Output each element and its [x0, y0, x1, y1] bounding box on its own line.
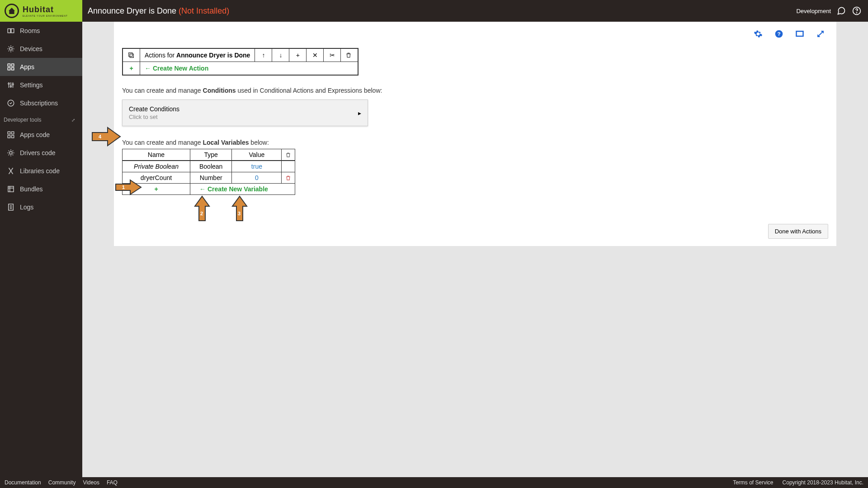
svg-point-17: [9, 152, 12, 154]
conditions-title: Create Conditions: [129, 105, 179, 113]
header: Hubitat ELEVATE YOUR ENVIRONMENT Announc…: [0, 0, 868, 22]
sidebar-item-devices[interactable]: Devices: [0, 40, 82, 58]
plus-icon[interactable]: +: [289, 49, 307, 62]
close-icon[interactable]: ✕: [307, 49, 324, 62]
svg-text:4: 4: [99, 134, 102, 139]
col-type: Type: [190, 149, 232, 161]
svg-rect-7: [8, 68, 10, 70]
svg-rect-6: [12, 64, 14, 66]
delete-row-icon[interactable]: [282, 172, 295, 184]
sidebar-item-bundles[interactable]: Bundles: [0, 180, 82, 198]
libraries-code-icon: [6, 166, 15, 175]
variables-helper-text: You can create and manage Local Variable…: [122, 139, 828, 146]
subscriptions-icon: [6, 99, 15, 108]
svg-rect-23: [130, 54, 133, 57]
sidebar-label: Bundles: [20, 185, 43, 193]
sidebar-label: Subscriptions: [20, 99, 58, 107]
sidebar-item-settings[interactable]: Settings: [0, 76, 82, 94]
page-title: Announce Dryer is Done (Not Installed): [88, 6, 796, 16]
footer-link-documentation[interactable]: Documentation: [5, 479, 41, 486]
svg-rect-15: [8, 136, 10, 138]
sidebar-label: Apps code: [20, 131, 50, 138]
var-name: dryerCount: [123, 172, 190, 184]
var-name: Private Boolean: [123, 161, 190, 172]
conditions-helper-text: You can create and manage Conditions use…: [122, 87, 828, 94]
footer-link-community[interactable]: Community: [48, 479, 76, 486]
var-delete: [282, 161, 295, 172]
sidebar-item-rooms[interactable]: Rooms: [0, 22, 82, 40]
sidebar-label: Apps: [20, 63, 34, 71]
logs-icon: [6, 203, 15, 212]
section-label: Developer tools: [4, 117, 41, 123]
sidebar: Rooms Devices Apps Settings Subscription…: [0, 22, 82, 477]
footer: Documentation Community Videos FAQ Terms…: [0, 477, 868, 488]
svg-rect-5: [8, 64, 10, 66]
delete-all-icon[interactable]: [282, 149, 295, 161]
gear-icon[interactable]: [753, 29, 763, 39]
sidebar-item-apps-code[interactable]: Apps code: [0, 126, 82, 144]
rooms-icon: [6, 26, 15, 35]
var-type: Number: [190, 172, 232, 184]
sidebar-label: Logs: [20, 204, 33, 211]
sidebar-item-drivers-code[interactable]: Drivers code: [0, 144, 82, 162]
svg-point-10: [10, 86, 12, 87]
main-content: ? Actions for Announce Dryer is Done ↑ ↓…: [82, 22, 868, 477]
title-prefix: Announce Dryer is Done: [88, 6, 179, 15]
var-type: Boolean: [190, 161, 232, 172]
svg-rect-3: [11, 29, 14, 33]
create-conditions-box[interactable]: Create Conditions Click to set ▸: [122, 99, 368, 126]
environment-label: Development: [796, 8, 831, 14]
create-new-action-link[interactable]: ←Create New Action: [140, 62, 358, 75]
add-variable-icon[interactable]: +: [123, 184, 190, 195]
svg-point-1: [857, 13, 857, 13]
apps-icon: [6, 62, 15, 71]
sidebar-item-logs[interactable]: Logs: [0, 198, 82, 216]
done-with-actions-button[interactable]: Done with Actions: [768, 224, 828, 239]
copy-icon[interactable]: [123, 49, 140, 62]
svg-rect-16: [12, 136, 14, 138]
help-circle-icon[interactable]: ?: [774, 29, 784, 39]
table-row[interactable]: Private Boolean Boolean true: [123, 161, 295, 172]
svg-rect-14: [12, 132, 14, 134]
logo-main-text: Hubitat: [23, 5, 68, 14]
sidebar-section-developer: Developer tools ⤢: [0, 112, 82, 126]
sidebar-label: Rooms: [20, 27, 40, 34]
chat-icon[interactable]: [836, 6, 846, 16]
svg-rect-22: [797, 31, 803, 36]
expand-icon[interactable]: [816, 29, 826, 39]
chevron-right-icon: ▸: [358, 109, 361, 117]
logo[interactable]: Hubitat ELEVATE YOUR ENVIRONMENT: [0, 0, 82, 22]
var-value[interactable]: true: [232, 161, 282, 172]
table-row[interactable]: dryerCount Number 0: [123, 172, 295, 184]
svg-point-4: [9, 47, 12, 50]
logo-sub-text: ELEVATE YOUR ENVIRONMENT: [23, 14, 68, 17]
conditions-subtitle: Click to set: [129, 114, 179, 120]
sidebar-item-apps[interactable]: Apps: [0, 58, 82, 76]
create-new-variable-link[interactable]: ←Create New Variable: [190, 184, 295, 195]
svg-point-11: [12, 84, 14, 85]
arrow-down-icon[interactable]: ↓: [272, 49, 289, 62]
add-action-icon[interactable]: +: [123, 62, 140, 75]
footer-link-videos[interactable]: Videos: [83, 479, 99, 486]
sidebar-label: Settings: [20, 81, 43, 89]
screen-icon[interactable]: [795, 29, 805, 39]
help-icon[interactable]: [852, 6, 862, 16]
var-value[interactable]: 0: [232, 172, 282, 184]
svg-rect-2: [8, 29, 10, 33]
arrow-up-icon[interactable]: ↑: [255, 49, 272, 62]
sidebar-item-libraries-code[interactable]: Libraries code: [0, 162, 82, 180]
footer-link-terms[interactable]: Terms of Service: [733, 479, 773, 486]
svg-rect-13: [8, 132, 10, 134]
svg-rect-24: [129, 53, 132, 57]
drivers-code-icon: [6, 148, 15, 157]
sidebar-label: Libraries code: [20, 167, 60, 175]
svg-point-9: [8, 83, 9, 85]
actions-title: Actions for Announce Dryer is Done: [140, 49, 255, 62]
cut-icon[interactable]: ✂: [324, 49, 341, 62]
devices-icon: [6, 44, 15, 53]
trash-icon[interactable]: [341, 49, 358, 62]
collapse-icon[interactable]: ⤢: [71, 118, 79, 123]
footer-link-faq[interactable]: FAQ: [107, 479, 118, 486]
install-status: (Not Installed): [179, 6, 229, 15]
sidebar-item-subscriptions[interactable]: Subscriptions: [0, 94, 82, 112]
